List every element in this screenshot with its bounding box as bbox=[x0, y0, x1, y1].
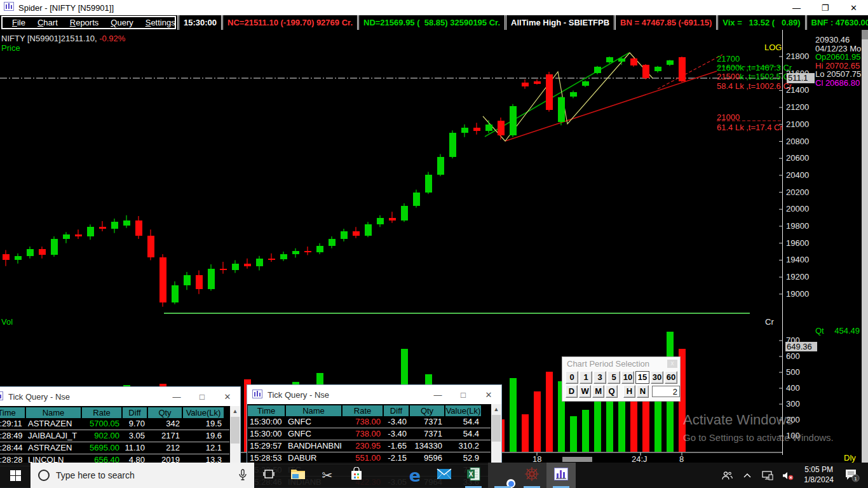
period-button-30[interactable]: 30 bbox=[651, 371, 663, 384]
periodicity-label: Dly bbox=[844, 453, 856, 463]
period-button-1[interactable]: 1 bbox=[580, 371, 592, 384]
price-tick-label: 21400 bbox=[786, 85, 809, 95]
column-header-time[interactable]: Time bbox=[0, 407, 25, 418]
table-row[interactable]: 15:29:57BANDHANBNK230.95-1.65134330310.2 bbox=[248, 440, 491, 452]
taskbar-icon-excel[interactable]: X bbox=[459, 463, 488, 488]
column-header-name[interactable]: Name bbox=[26, 407, 81, 418]
taskbar-clock[interactable]: 5:05 PM 1/8/2024 bbox=[800, 465, 837, 485]
low-value: Lo 20507.75 bbox=[815, 70, 861, 79]
volume-tick-label: 600 bbox=[786, 351, 800, 361]
taskbar-icon-snipping-tool[interactable]: ✂ bbox=[313, 463, 342, 488]
taskbar-icon-mail[interactable] bbox=[430, 463, 459, 488]
dialog-close-icon[interactable]: x bbox=[667, 360, 677, 368]
period-type-button-M[interactable]: M bbox=[592, 385, 604, 398]
cell: 2171 bbox=[148, 430, 182, 442]
period-button-10[interactable]: 10 bbox=[621, 371, 634, 384]
taskbar-icon-task-view[interactable] bbox=[254, 463, 283, 488]
notification-center-icon[interactable]: 1 bbox=[841, 463, 863, 488]
tray-time: 5:05 PM bbox=[804, 465, 834, 475]
tick-window-titlebar[interactable]: Tick Query - Nse—□✕ bbox=[247, 385, 501, 404]
column-header-valuelk[interactable]: Value(Lk) bbox=[183, 407, 224, 418]
minute-period-buttons: 013510153060 bbox=[562, 371, 680, 384]
taskbar-icon-chrome[interactable] bbox=[488, 463, 517, 488]
ticker-segment-4: BN = 47467.85 (-691.15) bbox=[614, 15, 715, 30]
chart-vertical-scrollbar[interactable] bbox=[862, 30, 868, 463]
table-row[interactable]: 15:29:11ASTRAZEN5700.059.7034219.5 bbox=[0, 418, 229, 430]
cell: 738.00 bbox=[342, 428, 383, 440]
chart-horizontal-scrollbar[interactable] bbox=[562, 457, 592, 462]
microphone-icon[interactable] bbox=[239, 469, 247, 482]
scroll-thumb[interactable] bbox=[492, 415, 501, 442]
menu-item-file[interactable]: File bbox=[12, 18, 25, 27]
period-type-button-Q[interactable]: Q bbox=[606, 385, 618, 398]
period-type-button-W[interactable]: W bbox=[579, 385, 591, 398]
period-button-60[interactable]: 60 bbox=[665, 371, 677, 384]
column-header-name[interactable]: Name bbox=[286, 405, 341, 416]
maximize-button[interactable]: □ bbox=[451, 385, 476, 404]
tick-window-controls: —□✕ bbox=[425, 385, 501, 404]
table-scrollbar[interactable]: ▲ bbox=[230, 406, 240, 466]
chevron-up-icon[interactable] bbox=[739, 463, 756, 488]
tick-window-titlebar[interactable]: Tick Query - Nse—□✕ bbox=[0, 387, 240, 406]
column-header-rate[interactable]: Rate bbox=[342, 405, 383, 416]
price-tick-label: 19200 bbox=[786, 272, 809, 281]
restore-button[interactable]: ❐ bbox=[811, 0, 839, 15]
ticker-segment-5: Vix = 13.52 ( 0.89) bbox=[716, 15, 803, 30]
menu-item-reports[interactable]: Reports bbox=[70, 18, 99, 27]
scroll-up-icon[interactable]: ▲ bbox=[230, 406, 240, 416]
period-button-15[interactable]: 15 bbox=[635, 371, 649, 384]
column-header-valuelk[interactable]: Value(Lk) bbox=[445, 405, 481, 416]
close-button[interactable]: ✕ bbox=[476, 385, 501, 404]
period-type-button-D[interactable]: D bbox=[566, 385, 578, 398]
column-header-diff[interactable]: Diff bbox=[384, 405, 409, 416]
column-header-diff[interactable]: Diff bbox=[123, 407, 147, 418]
column-header-time[interactable]: Time bbox=[248, 405, 285, 416]
people-icon[interactable] bbox=[719, 463, 735, 488]
taskbar-icon-file-explorer[interactable] bbox=[283, 463, 313, 488]
scroll-up-icon[interactable]: ▲ bbox=[491, 404, 501, 414]
period-button-5[interactable]: 5 bbox=[607, 371, 620, 384]
taskbar-icon-spider-app[interactable] bbox=[517, 463, 546, 488]
ticker-strip: 15:30:00NC=21511.10 (-199.70) 92769 Cr.N… bbox=[176, 15, 868, 30]
ohlc-panel: 20930.46 04/12/23 Mo Op20601.95 Hi 20702… bbox=[815, 36, 861, 87]
taskbar-search[interactable]: Type here to search bbox=[31, 463, 254, 488]
column-header-qty[interactable]: Qty bbox=[410, 405, 444, 416]
volume-muted-icon[interactable] bbox=[780, 463, 796, 488]
cell: 15:28:49 bbox=[0, 430, 25, 442]
maximize-button[interactable]: □ bbox=[189, 387, 215, 406]
column-header-rate[interactable]: Rate bbox=[82, 407, 121, 418]
minimize-button[interactable]: — bbox=[782, 0, 811, 15]
table-row[interactable]: 15:30:00GNFC738.00-3.40737154.4 bbox=[248, 416, 491, 428]
cell: 230.95 bbox=[342, 440, 383, 452]
network-display-icon[interactable] bbox=[759, 463, 776, 488]
close-button[interactable]: ✕ bbox=[215, 387, 240, 406]
volume-tick-label: 500 bbox=[786, 367, 800, 377]
menu-item-chart[interactable]: Chart bbox=[37, 18, 58, 27]
app-titlebar[interactable]: Spider - [NIFTY [N59901]] — ❐ ✕ bbox=[0, 0, 868, 15]
period-type-button-N[interactable]: N bbox=[637, 385, 649, 398]
cell: -3.40 bbox=[384, 428, 409, 440]
taskbar-icon-store[interactable] bbox=[342, 463, 371, 488]
period-button-3[interactable]: 3 bbox=[593, 371, 606, 384]
scroll-thumb[interactable] bbox=[231, 417, 240, 444]
ticker-segment-3: AllTime High - SBIETFPB bbox=[505, 15, 613, 30]
table-row[interactable]: 15:30:00GNFC738.00-3.40737154.4 bbox=[248, 428, 491, 440]
table-row[interactable]: 15:28:49JAIBALAJI_T902.003.05217119.6 bbox=[0, 430, 229, 442]
system-tray: 5:05 PM 1/8/2024 1 bbox=[719, 463, 868, 488]
taskbar-icon-chart-app[interactable] bbox=[546, 463, 576, 488]
column-header-qty[interactable]: Qty bbox=[148, 407, 182, 418]
menu-item-query[interactable]: Query bbox=[111, 18, 133, 27]
minimize-button[interactable]: — bbox=[425, 385, 451, 404]
start-button[interactable] bbox=[0, 463, 31, 488]
period-type-button-H[interactable]: H bbox=[623, 385, 635, 398]
minimize-button[interactable]: — bbox=[164, 387, 189, 406]
price-tick-label: 21200 bbox=[786, 102, 809, 112]
menu-item-settings[interactable]: Settings bbox=[146, 18, 175, 27]
table-row[interactable]: 15:28:44ASTRAZEN5695.0011.1021212.1 bbox=[0, 442, 229, 454]
taskbar-icon-edge[interactable]: e bbox=[400, 463, 430, 488]
close-button[interactable]: ✕ bbox=[839, 0, 868, 15]
period-count-input[interactable] bbox=[652, 386, 680, 397]
dialog-title[interactable]: Chart Period Selection bbox=[562, 357, 680, 370]
taskbar-icon-firefox[interactable] bbox=[371, 463, 400, 488]
period-button-0[interactable]: 0 bbox=[566, 371, 578, 384]
